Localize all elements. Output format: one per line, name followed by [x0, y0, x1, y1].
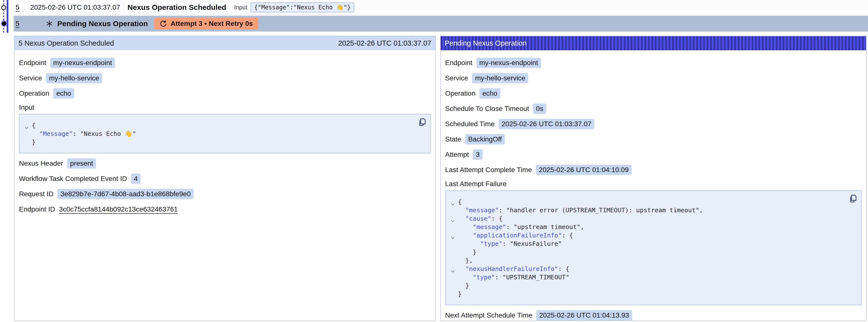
json-key: "nexusHandlerFailureInfo" [465, 265, 558, 272]
json-key: "type" [480, 240, 502, 247]
field-value-badge: present [67, 158, 96, 169]
timeline-connector-dashed [3, 0, 4, 33]
json-key: "message" [465, 206, 499, 214]
event-title: Nexus Operation Scheduled [128, 3, 226, 11]
json-value: { [32, 122, 35, 129]
field-row: Last Attempt Complete Time2025-02-26 UTC… [445, 164, 862, 175]
collapse-chevron-icon[interactable] [451, 233, 455, 237]
code-line: } [24, 138, 413, 147]
collapse-chevron-icon[interactable] [451, 200, 455, 203]
code-line: } [451, 282, 844, 290]
field-label: Workflow Task Completed Event ID [19, 175, 127, 183]
field-label: State [445, 135, 461, 143]
json-value: : "UPSTREAM_TIMEOUT" [495, 274, 569, 281]
event-input-value-badge: {"Message":"Nexus Echo 👋"} [251, 2, 354, 12]
field-value-link[interactable]: 3c0c75ccfa8144b092c13ce632463761 [59, 205, 178, 213]
pending-event-title: Pending Nexus Operation [58, 20, 148, 28]
field-row: Nexus Headerpresent [19, 158, 431, 169]
code-line: "message": "handler error (UPSTREAM_TIME… [451, 206, 844, 215]
field-value-badge: 0s [533, 103, 546, 114]
section-label: Input [19, 103, 431, 111]
field-row: Operationecho [19, 88, 431, 99]
field-label: Scheduled Time [445, 120, 495, 128]
json-value: } [473, 249, 476, 256]
copy-button[interactable] [848, 194, 858, 205]
scheduled-panel-timestamp: 2025-02-26 UTC 01:03:37.07 [338, 39, 431, 47]
code-line: "type": "UPSTREAM_TIMEOUT" [451, 273, 844, 282]
event-id-link[interactable]: 5 [16, 20, 20, 28]
pending-operation-panel: Pending Nexus Operation Endpointmy-nexus… [440, 36, 867, 321]
field-row: Endpointmy-nexus-endpoint [445, 57, 862, 68]
section-label: Last Attempt Failure [445, 180, 862, 188]
field-label: Request ID [19, 190, 54, 198]
json-value: : "NexusFailure" [502, 240, 562, 247]
code-line: } [451, 248, 844, 256]
collapse-chevron-icon[interactable] [451, 267, 455, 270]
copy-icon [418, 118, 426, 127]
field-row: Operationecho [445, 88, 862, 99]
code-line: "message": "upstream timeout", [451, 223, 844, 231]
field-value-badge: echo [53, 88, 74, 99]
collapse-chevron-icon[interactable] [451, 217, 455, 220]
retry-icon [160, 20, 167, 27]
pending-panel-title: Pending Nexus Operation [444, 39, 527, 47]
field-value-badge: 2025-02-26 UTC 01:04:10.09 [536, 165, 632, 175]
field-row: Schedule To Close Timeout0s [445, 103, 862, 115]
field-label: Last Attempt Complete Time [445, 166, 532, 174]
event-row-nexus-operation-scheduled[interactable]: 5 2025-02-26 UTC 01:03:37.07 Nexus Opera… [13, 0, 868, 15]
json-value: } [465, 282, 469, 289]
field-label: Attempt [445, 151, 469, 159]
field-row: Servicemy-hello-service [445, 72, 862, 84]
field-row: Request ID3e829b7e-7d67-4b08-aad3-b1e868… [19, 188, 431, 200]
json-value: } [32, 138, 35, 146]
field-value-badge: my-nexus-endpoint [476, 58, 541, 68]
field-value-badge: 2025-02-26 UTC 01:04:13.93 [536, 310, 632, 321]
scheduled-panel-title: 5 Nexus Operation Scheduled [19, 39, 114, 47]
collapse-chevron-icon[interactable] [24, 124, 29, 127]
field-row: Endpoint ID3c0c75ccfa8144b092c13ce632463… [19, 204, 431, 215]
event-detail-panels: 5 Nexus Operation Scheduled 2025-02-26 U… [14, 36, 867, 321]
code-line: "cause": { [451, 215, 844, 223]
field-value-badge: 3 [473, 150, 483, 160]
scheduled-event-panel: 5 Nexus Operation Scheduled 2025-02-26 U… [14, 36, 436, 321]
json-value: : { [558, 265, 569, 272]
field-row: Attempt3 [445, 149, 862, 160]
event-row-pending-nexus-operation[interactable]: 5 Pending Nexus Operation Attempt 3 • Ne… [13, 16, 868, 32]
pending-panel-header: Pending Nexus Operation [441, 36, 866, 50]
field-value-badge: my-nexus-endpoint [50, 58, 115, 68]
field-row: Servicemy-hello-service [19, 72, 431, 84]
scheduled-panel-header: 5 Nexus Operation Scheduled 2025-02-26 U… [14, 36, 435, 50]
json-value: : "upstream timeout", [506, 223, 584, 230]
field-label: Schedule To Close Timeout [445, 105, 529, 113]
field-label: Endpoint ID [19, 205, 55, 213]
json-key: "applicationFailureInfo" [473, 232, 562, 239]
temporal-event-details-screen: 5 2025-02-26 UTC 01:03:37.07 Nexus Opera… [0, 0, 868, 322]
timeline-active-bar [7, 0, 8, 33]
retry-badge-text: Attempt 3 • Next Retry 0s [170, 20, 253, 28]
event-timestamp: 2025-02-26 UTC 01:03:37.07 [30, 3, 120, 11]
copy-button[interactable] [417, 117, 427, 128]
json-key: "message" [473, 223, 506, 230]
field-row: Next Attempt Schedule Time2025-02-26 UTC… [445, 310, 862, 321]
field-label: Nexus Header [19, 160, 63, 167]
field-value-badge: BackingOff [465, 134, 504, 144]
json-key: "type" [473, 274, 495, 281]
code-line: "Message": "Nexus Echo 👋" [24, 130, 413, 138]
code-line: } [451, 290, 844, 298]
retry-status-badge: Attempt 3 • Next Retry 0s [154, 18, 258, 30]
field-label: Operation [445, 90, 475, 97]
field-value-badge: 4 [131, 173, 141, 184]
last-attempt-failure-json-block: {"message": "handler error (UPSTREAM_TIM… [445, 190, 862, 305]
code-line: { [451, 198, 844, 206]
field-row: Scheduled Time2025-02-26 UTC 01:03:37.07 [445, 118, 862, 130]
field-label: Endpoint [445, 59, 472, 67]
event-id-link[interactable]: 5 [16, 3, 20, 11]
input-json-block: {"Message": "Nexus Echo 👋"} [19, 114, 431, 153]
pending-panel-body: Endpointmy-nexus-endpointServicemy-hello… [441, 50, 866, 321]
field-value-badge: 3e829b7e-7d67-4b08-aad3-b1e868bfe9e0 [58, 189, 194, 199]
json-value: : "Nexus Echo 👋" [72, 130, 136, 137]
field-value-badge: echo [479, 88, 500, 99]
field-label: Service [445, 74, 468, 82]
json-value: : "handler error (UPSTREAM_TIMEOUT): ups… [499, 206, 703, 214]
copy-icon [848, 194, 857, 204]
